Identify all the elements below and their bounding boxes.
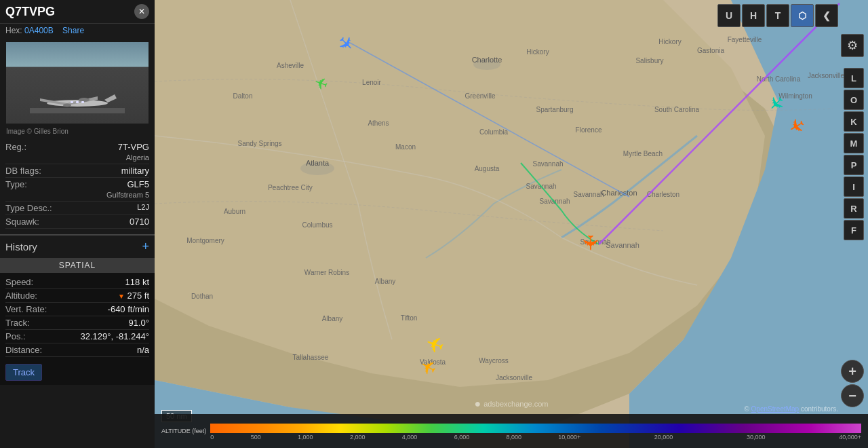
altitude-label: Altitude: bbox=[5, 291, 37, 301]
pos-label: Pos.: bbox=[5, 331, 26, 341]
toolbar-layers-button[interactable]: ⬡ bbox=[791, 4, 814, 27]
svg-point-6 bbox=[63, 104, 71, 107]
svg-text:Hickory: Hickory bbox=[658, 38, 681, 45]
svg-text:Columbus: Columbus bbox=[302, 221, 332, 229]
track-row: Track: 91.0° bbox=[5, 316, 149, 330]
altitude-legend: ALTITUDE (feet) 0 500 1,000 2,000 4,000 … bbox=[155, 414, 868, 448]
svg-text:Montgomery: Montgomery bbox=[186, 237, 224, 244]
type-row: Type: GLF5 Gulfstream 5 bbox=[5, 178, 149, 202]
svg-text:Asheville: Asheville bbox=[277, 62, 304, 69]
speed-label: Speed: bbox=[5, 277, 33, 287]
reg-row: Reg.: 7T-VPG Algeria bbox=[5, 141, 149, 164]
svg-text:Jacksonville: Jacksonville bbox=[496, 374, 532, 381]
map-background: Charlotte Atlanta Athens Columbia Sparta… bbox=[155, 0, 868, 448]
svg-text:Warner Robins: Warner Robins bbox=[304, 269, 349, 276]
svg-text:Spartanburg: Spartanburg bbox=[536, 106, 573, 113]
svg-text:Tifton: Tifton bbox=[401, 314, 418, 322]
svg-text:Savannah: Savannah bbox=[539, 198, 570, 205]
zoom-buttons: + − bbox=[841, 360, 864, 407]
svg-text:Hickory: Hickory bbox=[526, 48, 549, 56]
svg-text:Macon: Macon bbox=[395, 143, 416, 151]
panel-title: Q7TVPG bbox=[5, 5, 55, 19]
spatial-header: SPATIAL bbox=[0, 258, 155, 273]
osm-link[interactable]: OpenStreetMap bbox=[751, 405, 800, 413]
side-button-k[interactable]: K bbox=[844, 111, 864, 132]
side-button-f[interactable]: F bbox=[844, 220, 864, 240]
photo-credit: Image © Gilles Brion bbox=[0, 126, 155, 138]
toolbar-back-button[interactable]: ❮ bbox=[815, 4, 838, 27]
zoom-out-button[interactable]: − bbox=[841, 384, 864, 407]
svg-point-5 bbox=[79, 98, 90, 102]
distance-row: Distance: n/a bbox=[5, 343, 149, 357]
svg-text:Savannah: Savannah bbox=[606, 241, 639, 249]
altitude-gradient-container: 0 500 1,000 2,000 4,000 6,000 8,000 10,0… bbox=[210, 424, 861, 438]
toolbar-u-button[interactable]: U bbox=[717, 4, 741, 27]
speed-value: 118 kt bbox=[125, 277, 149, 287]
track-button[interactable]: Track bbox=[5, 364, 42, 381]
side-button-p[interactable]: P bbox=[844, 155, 864, 175]
svg-rect-9 bbox=[81, 101, 84, 103]
history-add-button[interactable]: + bbox=[142, 240, 149, 254]
altitude-arrow: ▼ bbox=[118, 293, 125, 300]
toolbar-t-button[interactable]: T bbox=[766, 4, 789, 27]
svg-text:Greenville: Greenville bbox=[465, 92, 495, 100]
squawk-type: L2J bbox=[137, 203, 149, 213]
svg-marker-4 bbox=[104, 94, 117, 102]
svg-text:Salisbury: Salisbury bbox=[635, 57, 663, 64]
svg-text:Auburn: Auburn bbox=[224, 208, 245, 215]
vert-rate-value: -640 ft/min bbox=[108, 304, 149, 314]
svg-text:Augusta: Augusta bbox=[475, 165, 500, 172]
track-value: 91.0° bbox=[128, 318, 149, 328]
altitude-row: Altitude: ▼ 275 ft bbox=[5, 289, 149, 303]
vert-rate-row: Vert. Rate: -640 ft/min bbox=[5, 303, 149, 316]
squawk-row: Squawk: 0710 bbox=[5, 215, 149, 229]
db-flags-row: DB flags: military bbox=[5, 164, 149, 178]
svg-text:Lenoir: Lenoir bbox=[362, 79, 381, 86]
share-link[interactable]: Share bbox=[62, 26, 84, 35]
altitude-gradient-bar bbox=[210, 424, 861, 433]
spatial-data: Speed: 118 kt Altitude: ▼ 275 ft Vert. R… bbox=[0, 273, 155, 360]
svg-text:Albany: Albany bbox=[375, 278, 396, 285]
map-container[interactable]: Charlotte Atlanta Athens Columbia Sparta… bbox=[155, 0, 868, 448]
track-label: Track: bbox=[5, 318, 30, 328]
svg-text:Albany: Albany bbox=[322, 315, 343, 322]
panel-header: Q7TVPG ✕ bbox=[0, 0, 155, 24]
hex-label: Hex: bbox=[5, 26, 22, 35]
hex-value: 0A400B bbox=[24, 26, 54, 35]
squawk-value: 0710 bbox=[130, 217, 149, 227]
history-title: History bbox=[5, 241, 37, 253]
svg-text:Dothan: Dothan bbox=[191, 293, 213, 300]
toolbar-h-button[interactable]: H bbox=[742, 4, 765, 27]
squawk-label: Squawk: bbox=[5, 217, 39, 227]
svg-text:Fayetteville: Fayetteville bbox=[728, 36, 762, 43]
altitude-ticks: 0 500 1,000 2,000 4,000 6,000 8,000 10,0… bbox=[210, 434, 861, 441]
side-button-l[interactable]: L bbox=[844, 68, 864, 88]
aircraft-main[interactable]: ✈ bbox=[578, 234, 602, 251]
side-button-o[interactable]: O bbox=[844, 90, 864, 110]
svg-text:South Carolina: South Carolina bbox=[654, 106, 700, 113]
db-flags-value: military bbox=[121, 166, 149, 176]
svg-text:Charlotte: Charlotte bbox=[472, 56, 502, 64]
type-label: Type: bbox=[5, 179, 27, 200]
svg-text:Florence: Florence bbox=[576, 126, 602, 134]
type-desc-row: Type Desc.: L2J bbox=[5, 202, 149, 215]
adsb-text: adsbexchange.com bbox=[484, 400, 548, 408]
svg-text:Tallahassee: Tallahassee bbox=[293, 354, 329, 361]
svg-text:Sandy Springs: Sandy Springs bbox=[237, 140, 281, 147]
zoom-in-button[interactable]: + bbox=[841, 360, 864, 383]
svg-text:Athens: Athens bbox=[368, 119, 389, 127]
map-toolbar: U H T ⬡ ❮ bbox=[717, 4, 838, 27]
altitude-label-text: ALTITUDE (feet) bbox=[161, 428, 206, 434]
svg-text:Savannah: Savannah bbox=[532, 160, 563, 168]
close-button[interactable]: ✕ bbox=[134, 4, 149, 19]
type-desc-label: Type Desc.: bbox=[5, 203, 52, 213]
side-button-m[interactable]: M bbox=[844, 133, 864, 153]
settings-button[interactable]: ⚙ bbox=[841, 34, 864, 57]
svg-text:Savannah: Savannah bbox=[573, 191, 604, 198]
svg-text:Atlanta: Atlanta bbox=[306, 159, 330, 167]
aircraft-silhouette bbox=[30, 93, 125, 113]
side-button-i[interactable]: I bbox=[844, 176, 864, 197]
history-section: History + SPATIAL Speed: 118 kt Altitude… bbox=[0, 234, 155, 385]
side-button-r[interactable]: R bbox=[844, 198, 864, 219]
aircraft-info: Reg.: 7T-VPG Algeria DB flags: military … bbox=[0, 138, 155, 231]
